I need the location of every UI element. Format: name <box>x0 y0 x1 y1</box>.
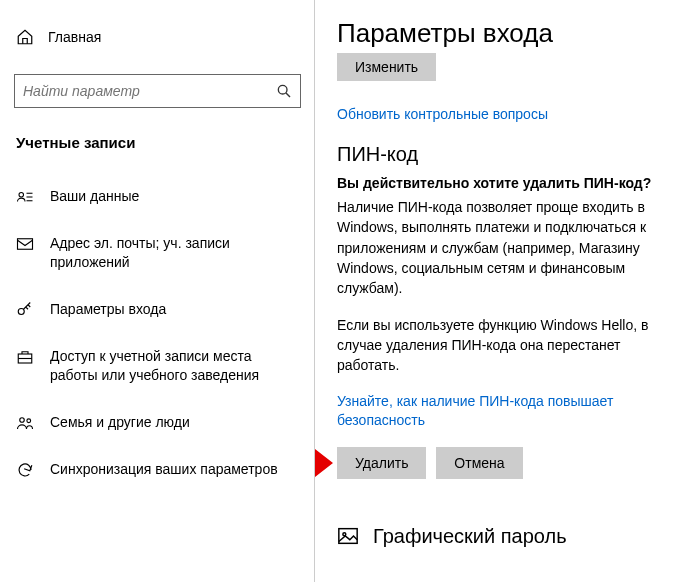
page-title: Параметры входа <box>337 18 678 49</box>
delete-button[interactable]: Удалить <box>337 447 426 479</box>
sidebar-item-family[interactable]: Семья и другие люди <box>14 403 301 442</box>
sidebar-item-your-info[interactable]: Ваши данные <box>14 177 301 216</box>
search-icon <box>276 83 292 99</box>
sidebar-item-label: Ваши данные <box>50 187 299 206</box>
picture-password-section: Графический пароль <box>337 525 678 548</box>
svg-marker-12 <box>315 449 333 477</box>
svg-point-10 <box>20 417 25 422</box>
home-icon <box>16 28 34 46</box>
pin-confirm-question: Вы действительно хотите удалить ПИН-код? <box>337 174 678 194</box>
sidebar-item-label: Синхронизация ваших параметров <box>50 460 299 479</box>
sidebar-item-work-access[interactable]: Доступ к учетной записи места работы или… <box>14 337 301 395</box>
pin-heading: ПИН-код <box>337 143 678 166</box>
pin-button-row: Удалить Отмена <box>337 447 678 479</box>
sidebar-item-sync[interactable]: Синхронизация ваших параметров <box>14 450 301 489</box>
sidebar-item-label: Доступ к учетной записи места работы или… <box>50 347 299 385</box>
sidebar-item-label: Параметры входа <box>50 300 299 319</box>
pin-learn-link[interactable]: Узнайте, как наличие ПИН-кода повышает б… <box>337 392 678 431</box>
update-questions-link[interactable]: Обновить контрольные вопросы <box>337 105 678 125</box>
sync-icon <box>16 461 34 479</box>
svg-point-2 <box>19 193 24 198</box>
svg-rect-6 <box>18 239 33 250</box>
svg-point-11 <box>27 418 31 422</box>
pin-body-1: Наличие ПИН-кода позволяет проще входить… <box>337 197 678 298</box>
main-content: Параметры входа Изменить Обновить контро… <box>315 0 700 582</box>
sidebar-divider <box>314 0 315 582</box>
svg-line-1 <box>286 93 290 97</box>
home-label: Главная <box>48 29 101 45</box>
picture-password-heading: Графический пароль <box>373 525 567 548</box>
change-button[interactable]: Изменить <box>337 53 436 81</box>
picture-icon <box>337 525 359 547</box>
pin-body-2: Если вы используете функцию Windows Hell… <box>337 315 678 376</box>
svg-point-0 <box>278 85 287 94</box>
search-input[interactable] <box>23 83 276 99</box>
cancel-button[interactable]: Отмена <box>436 447 522 479</box>
sidebar: Главная Учетные записи Ваши данные Адрес… <box>0 0 315 582</box>
sidebar-item-email-accounts[interactable]: Адрес эл. почты; уч. записи приложений <box>14 224 301 282</box>
home-nav[interactable]: Главная <box>14 28 301 46</box>
briefcase-icon <box>16 348 34 366</box>
sidebar-item-label: Адрес эл. почты; уч. записи приложений <box>50 234 299 272</box>
annotation-arrow-icon <box>315 449 333 477</box>
search-box[interactable] <box>14 74 301 108</box>
svg-point-7 <box>18 308 24 314</box>
mail-icon <box>16 235 34 253</box>
sidebar-item-signin-options[interactable]: Параметры входа <box>14 290 301 329</box>
person-card-icon <box>16 188 34 206</box>
people-icon <box>16 414 34 432</box>
sidebar-item-label: Семья и другие люди <box>50 413 299 432</box>
key-icon <box>16 301 34 319</box>
section-title: Учетные записи <box>14 134 301 151</box>
